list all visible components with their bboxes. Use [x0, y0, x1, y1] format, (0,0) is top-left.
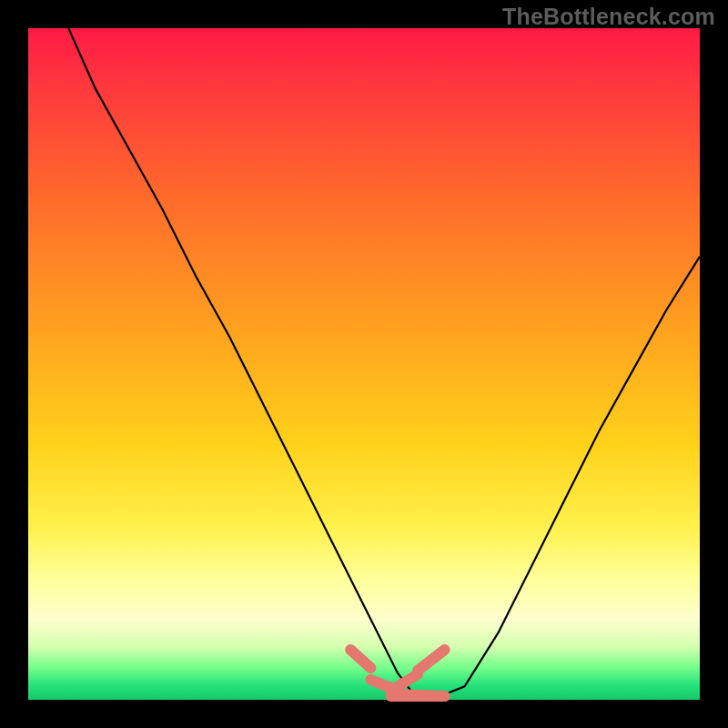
bottleneck-curve-path	[68, 28, 700, 700]
highlight-segment	[391, 674, 419, 691]
curve-svg	[28, 28, 700, 700]
highlight-segment	[418, 650, 445, 671]
highlight-segment	[350, 650, 370, 668]
plot-area	[28, 28, 700, 700]
watermark-label: TheBottleneck.com	[502, 4, 715, 30]
chart-frame: TheBottleneck.com	[0, 0, 728, 728]
